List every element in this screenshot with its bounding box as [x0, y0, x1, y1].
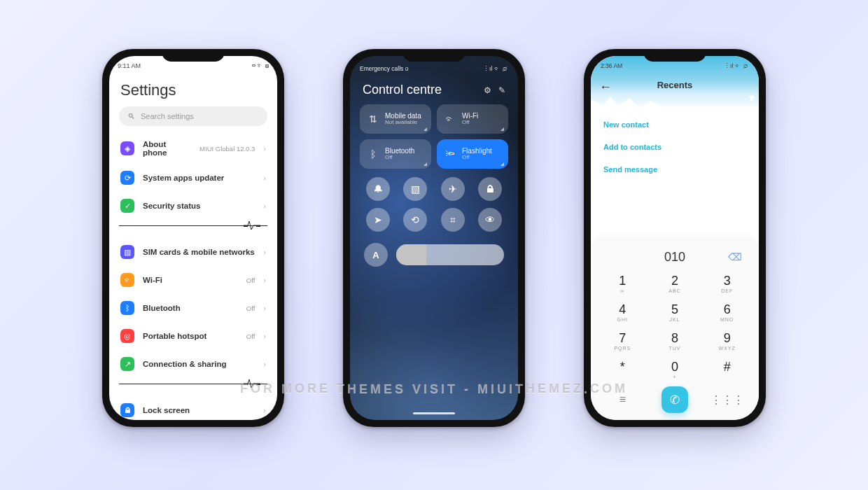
key-digit: 1: [619, 274, 626, 288]
toggle-scan[interactable]: ⌗: [441, 208, 465, 232]
dialer-actions: New contactAdd to contactsSend message: [591, 111, 759, 181]
status-time: 9:11 AM: [118, 62, 141, 69]
key-hash[interactable]: #: [701, 355, 753, 384]
expand-corner-icon: [424, 162, 427, 166]
key-sub: MNO: [701, 317, 753, 322]
phone-dialer: 2:36 AM ⋮ıl ᯤ ⌀ ← Recents New contactAdd…: [584, 49, 766, 427]
sim-icon: ▥: [120, 245, 134, 259]
dialpad: 010 ⌫ 1∞2ABC3DEF4GHI5JKL6MNO7PQRS8TUV9WX…: [591, 241, 759, 420]
toggle-lock[interactable]: 🔒︎: [478, 177, 502, 201]
phone-control-centre: Emergency calls o ⋮ıl ᯤ ⌀ Control centre…: [343, 49, 525, 427]
plane-icon: ✈: [449, 183, 457, 195]
toggle-grid: 🔔︎▧✈🔒︎➤⟲⌗👁: [350, 169, 518, 237]
tile-data[interactable]: ⇅Mobile dataNot available: [360, 104, 431, 134]
call-button[interactable]: ✆: [662, 386, 688, 413]
tile-label: Mobile dataNot available: [385, 112, 421, 126]
settings-row-label: Bluetooth: [143, 304, 238, 312]
tile-torch[interactable]: 🔦︎FlashlightOff: [437, 139, 508, 169]
key-sub: PQRS: [596, 346, 649, 351]
tile-wifi[interactable]: ᯤWi-FiOff: [437, 104, 508, 134]
chevron-right-icon: ›: [263, 406, 266, 414]
settings-row-about[interactable]: ◈About phoneMIUI Global 12.0.3›: [119, 133, 267, 164]
edit-icon[interactable]: ✎: [498, 85, 505, 95]
settings-row-hotspot[interactable]: ◎Portable hotspotOff›: [119, 322, 267, 350]
tile-label: Wi-FiOff: [462, 112, 478, 126]
key-sub: GHI: [596, 317, 649, 322]
key-8[interactable]: 8TUV: [649, 326, 701, 355]
settings-row-lock[interactable]: 🔒︎Lock screen›: [119, 396, 267, 420]
toggle-cast[interactable]: ▧: [403, 177, 427, 201]
key-digit: 6: [724, 302, 731, 316]
key-1[interactable]: 1∞: [596, 269, 649, 298]
auto-brightness-button[interactable]: A: [364, 243, 388, 267]
settings-row-update[interactable]: ⟳System apps updater›: [119, 164, 267, 192]
update-icon: ⟳: [120, 171, 134, 185]
key-sub: +: [649, 374, 701, 379]
settings-row-meta: Off: [246, 332, 255, 340]
toggle-rotate[interactable]: ⟲: [403, 208, 427, 232]
action-send-message[interactable]: Send message: [603, 158, 746, 181]
settings-row-label: About phone: [143, 140, 191, 157]
menu-button[interactable]: ≡: [596, 393, 649, 406]
key-0[interactable]: 0+: [649, 355, 701, 384]
chevron-right-icon: ›: [263, 248, 266, 256]
settings-row-label: Portable hotspot: [143, 332, 238, 340]
brightness-slider[interactable]: [396, 244, 504, 265]
toggle-eye[interactable]: 👁: [478, 208, 502, 232]
key-digit: 9: [724, 331, 731, 345]
settings-row-sim[interactable]: ▥SIM cards & mobile networks›: [119, 238, 267, 266]
settings-gear-icon[interactable]: ⚙: [484, 85, 491, 95]
settings-row-share[interactable]: ↗Connection & sharing›: [119, 350, 267, 378]
key-digit: 4: [619, 302, 626, 316]
home-indicator[interactable]: [413, 412, 455, 414]
backspace-icon[interactable]: ⌫: [728, 251, 742, 262]
key-5[interactable]: 5JKL: [649, 298, 701, 326]
key-digit: *: [620, 360, 625, 374]
settings-row-security[interactable]: ✓Security status›: [119, 192, 267, 220]
apps-grid-icon[interactable]: ⋮⋮⋮: [701, 393, 753, 407]
settings-row-bt[interactable]: ᛒBluetoothOff›: [119, 294, 267, 322]
hotspot-icon: ◎: [120, 329, 134, 343]
key-6[interactable]: 6MNO: [701, 298, 753, 326]
status-right-icons: ▭ ᯤ ▣: [252, 62, 269, 69]
action-add-to-contacts[interactable]: Add to contacts: [603, 136, 746, 158]
settings-list: ◈About phoneMIUI Global 12.0.3›⟳System a…: [109, 133, 277, 420]
key-2[interactable]: 2ABC: [649, 269, 701, 298]
about-icon: ◈: [120, 141, 134, 155]
rotate-icon: ⟲: [411, 214, 419, 225]
toggle-plane[interactable]: ✈: [441, 177, 465, 201]
settings-row-meta: Off: [246, 276, 255, 284]
expand-corner-icon: [500, 162, 504, 166]
wifi-icon: ᯤ: [444, 113, 456, 125]
chevron-right-icon: ›: [263, 276, 266, 284]
key-4[interactable]: 4GHI: [596, 298, 649, 326]
expand-corner-icon: [500, 127, 504, 131]
settings-screen: 9:11 AM ▭ ᯤ ▣ Settings 🔍︎ Search setting…: [109, 56, 277, 420]
settings-row-wifi[interactable]: ᯤWi-FiOff›: [119, 266, 267, 294]
bt-icon: ᛒ: [120, 301, 134, 315]
key-sub: DEF: [701, 288, 753, 293]
chevron-right-icon: ›: [263, 144, 266, 153]
status-time: 2:36 AM: [601, 62, 622, 69]
page-title: Settings: [109, 71, 277, 106]
eye-icon: 👁: [485, 214, 495, 225]
lock-icon: 🔒︎: [485, 183, 495, 195]
toggle-bell[interactable]: 🔔︎: [366, 177, 390, 201]
chevron-right-icon: ›: [263, 202, 266, 210]
notch: [402, 49, 465, 62]
key-star[interactable]: *: [596, 355, 649, 384]
phone-settings: 9:11 AM ▭ ᯤ ▣ Settings 🔍︎ Search setting…: [102, 49, 284, 427]
action-new-contact[interactable]: New contact: [603, 113, 746, 136]
key-7[interactable]: 7PQRS: [596, 326, 649, 355]
bell-icon: 🔔︎: [373, 183, 383, 195]
key-3[interactable]: 3DEF: [701, 269, 753, 298]
key-9[interactable]: 9WXYZ: [701, 326, 753, 355]
tile-bt[interactable]: ᛒBluetoothOff: [360, 139, 431, 169]
notch: [643, 49, 706, 62]
settings-row-label: Lock screen: [143, 406, 255, 414]
toggle-nav[interactable]: ➤: [366, 208, 390, 232]
tile-label: FlashlightOff: [462, 147, 492, 161]
search-input[interactable]: 🔍︎ Search settings: [119, 106, 267, 126]
settings-row-label: Wi-Fi: [143, 276, 238, 284]
settings-row-meta: MIUI Global 12.0.3: [200, 145, 255, 153]
